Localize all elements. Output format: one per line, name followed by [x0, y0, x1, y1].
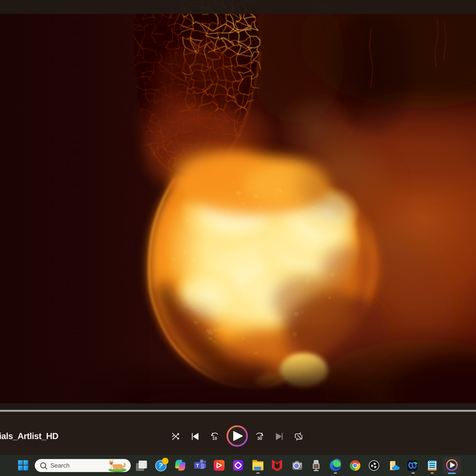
svg-text:T: T	[196, 463, 199, 468]
svg-text:rials_Artlist_HD: rials_Artlist_HD	[0, 431, 58, 441]
svg-text:30: 30	[257, 436, 262, 441]
svg-text:10: 10	[212, 436, 217, 441]
svg-text:Search: Search	[51, 462, 69, 469]
